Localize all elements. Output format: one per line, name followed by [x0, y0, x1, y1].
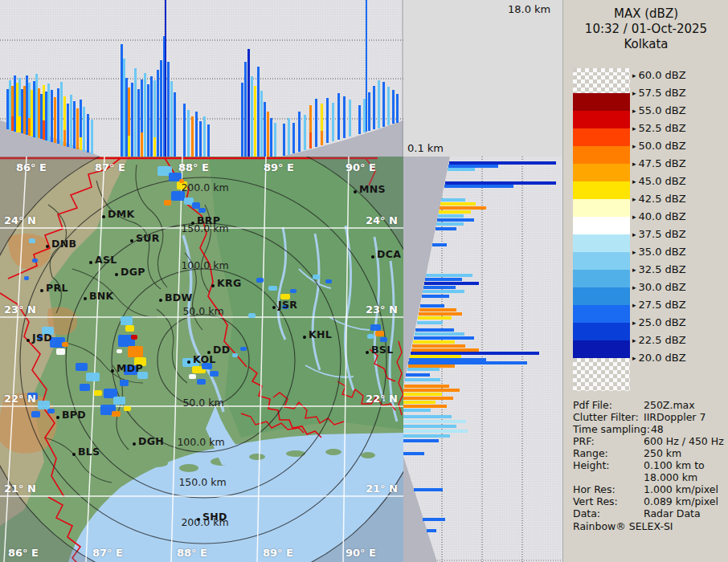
- height-axis-corner: 18.0 km 0.1 km: [403, 0, 562, 157]
- radar-echo: [370, 324, 381, 331]
- city-dot-icon: [272, 306, 276, 309]
- tick-arrow-icon: ▸: [632, 266, 636, 274]
- metadata-label: Hor Res:: [573, 483, 616, 495]
- range-ring-label: 50.0 km: [182, 305, 223, 317]
- xz-bar: [241, 83, 243, 157]
- city-dot-icon: [56, 416, 59, 419]
- xz-bar: [160, 60, 162, 157]
- city-label: SHD: [202, 511, 227, 523]
- tick-arrow-icon: ▸: [632, 248, 636, 256]
- plan-view-map: 200.0 km150.0 km100.0 km50.0 km50.0 km10…: [0, 157, 403, 562]
- xz-bar: [358, 105, 361, 134]
- yz-bar: [419, 308, 456, 312]
- radar-echo: [56, 348, 65, 355]
- latitude-label: 24° N: [366, 214, 398, 226]
- city-dot-icon: [187, 360, 190, 364]
- legend-tick-value: 52.5 dBZ: [639, 122, 686, 134]
- xz-bar: [267, 112, 269, 157]
- xz-bar: [63, 130, 66, 146]
- yz-bar: [407, 368, 440, 371]
- xz-bar: [51, 90, 53, 142]
- city-label: DGH: [138, 435, 164, 447]
- range-ring-label: 50.0 km: [182, 397, 223, 409]
- radar-echo: [197, 379, 206, 385]
- legend-tick: ▸22.5 dBZ: [632, 334, 726, 347]
- radar-echo: [76, 363, 88, 371]
- radar-echo: [121, 316, 133, 325]
- city-dot-icon: [354, 190, 357, 193]
- metadata-label: Time sampling:: [573, 423, 650, 435]
- tick-arrow-icon: ▸: [632, 71, 636, 79]
- xz-bar: [128, 136, 130, 157]
- xz-bar: [304, 115, 306, 150]
- yz-bar: [448, 168, 475, 171]
- yz-bar: [414, 488, 443, 491]
- legend-tick: ▸30.0 dBZ: [632, 281, 726, 294]
- blind-cone-bottom: [403, 456, 437, 562]
- city-label: KOL: [193, 353, 216, 365]
- yz-bar: [403, 452, 424, 455]
- radar-echo: [32, 259, 38, 263]
- tick-arrow-icon: ▸: [632, 336, 636, 344]
- legend-tick: ▸50.0 dBZ: [632, 140, 726, 153]
- xz-bar: [368, 92, 370, 131]
- radar-echo: [80, 384, 90, 391]
- legend-tick: ▸37.5 dBZ: [632, 228, 726, 241]
- yz-bar: [415, 332, 464, 336]
- xz-bar: [18, 116, 21, 132]
- yz-projection-panel: [403, 157, 562, 562]
- city-dot-icon: [84, 297, 87, 300]
- city-label: SUR: [136, 232, 160, 244]
- tick-arrow-icon: ▸: [632, 142, 636, 150]
- city-dot-icon: [111, 369, 114, 373]
- yz-bar: [403, 434, 450, 438]
- legend-sidebar: MAX (dBZ) 10:32 / 01-Oct-2025 Kolkata Ra…: [562, 0, 728, 562]
- xz-bar: [260, 91, 263, 157]
- xz-bar: [378, 80, 380, 128]
- yz-bar: [444, 185, 513, 188]
- xz-bar: [137, 89, 140, 157]
- legend-band: [573, 181, 630, 199]
- city-dot-icon: [46, 245, 49, 248]
- yz-bar: [423, 286, 456, 289]
- yz-bar: [423, 518, 445, 521]
- city-label: DNB: [51, 238, 76, 250]
- yz-bar: [403, 397, 453, 400]
- radar-echo: [313, 275, 320, 279]
- yz-bar: [413, 340, 455, 344]
- legend-band: [573, 68, 630, 75]
- radar-echo: [94, 390, 102, 396]
- city-dot-icon: [115, 273, 118, 276]
- metadata-value: Radar Data: [644, 507, 701, 519]
- longitude-label: 86° E: [8, 547, 39, 559]
- product-datetime: 10:32 / 01-Oct-2025: [563, 22, 728, 37]
- radar-echo: [86, 373, 100, 381]
- xz-bar: [274, 123, 276, 157]
- xz-bar: [270, 118, 272, 157]
- radar-echo: [325, 279, 332, 283]
- xz-bar: [54, 97, 56, 143]
- radar-echo: [198, 208, 206, 213]
- station-name: Kolkata: [563, 37, 728, 52]
- legend-tick: ▸55.0 dBZ: [632, 104, 726, 117]
- xz-bar: [11, 116, 14, 131]
- metadata-row: Pdf File:250Z.max: [573, 399, 727, 411]
- radar-echo: [47, 409, 55, 413]
- xz-bar: [47, 83, 50, 141]
- yz-bar: [436, 227, 456, 230]
- tick-arrow-icon: ▸: [632, 177, 636, 185]
- tick-arrow-icon: ▸: [632, 160, 636, 168]
- city-label: KHL: [309, 328, 332, 340]
- tick-arrow-icon: ▸: [632, 107, 636, 115]
- city-dot-icon: [102, 215, 105, 218]
- legend-band: [573, 340, 630, 358]
- yz-bar: [403, 415, 452, 418]
- software-brand: Rainbow® SELEX-SI: [573, 520, 673, 532]
- xz-bar: [73, 101, 76, 149]
- legend-tick: ▸57.5 dBZ: [632, 87, 726, 100]
- yz-bar: [404, 385, 449, 388]
- xz-bar: [76, 108, 79, 149]
- xz-bar: [134, 68, 137, 157]
- xz-projection-panel: [0, 0, 403, 157]
- radar-echo: [248, 313, 256, 318]
